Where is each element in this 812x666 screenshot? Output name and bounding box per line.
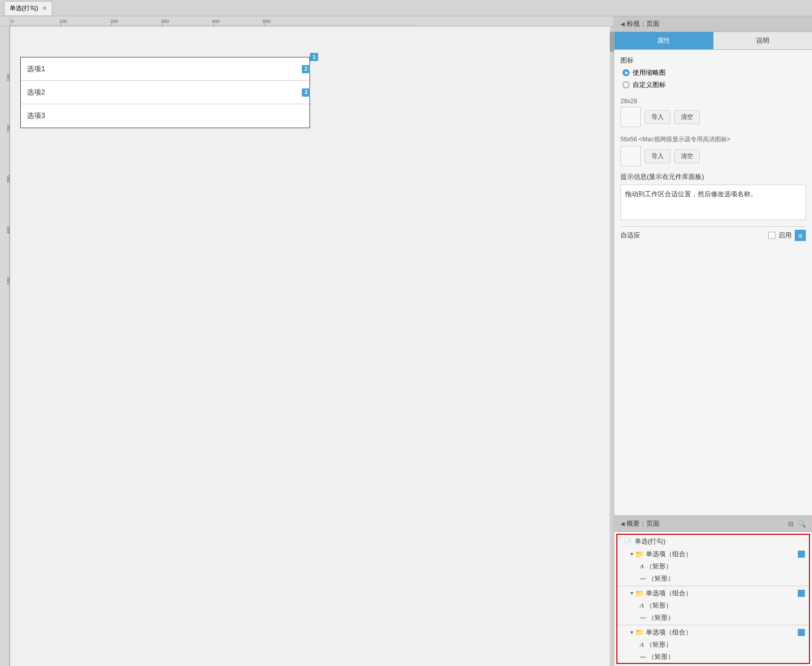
group-3-folder-icon: 📁	[635, 628, 644, 637]
properties-content: 图标 使用缩略图 自定义图标 28x28	[614, 50, 812, 516]
widget-frame: 选项1 2 选项2 3 选项3	[20, 57, 310, 128]
radio-thumbnail-circle[interactable]	[622, 69, 630, 76]
child-2-2-label: （矩形）	[648, 613, 674, 622]
child-3-2-label: （矩形）	[648, 652, 674, 661]
child-1-2-label: （矩形）	[648, 574, 674, 583]
divider-2	[617, 625, 809, 625]
group-3-label: 单选项（组合）	[646, 628, 692, 637]
right-panel: ◀ 检视：页面 属性 说明 图标	[614, 16, 812, 666]
adaptive-label: 自适应	[620, 231, 640, 240]
svg-text:100: 100	[59, 19, 67, 24]
icon-section: 图标 使用缩略图 自定义图标	[620, 56, 806, 89]
tab-label: 单选(打勾)	[10, 4, 38, 13]
tab-single-check[interactable]: 单选(打勾) ✕	[4, 1, 52, 15]
icon-56-inputs: 导入 清空	[620, 146, 806, 166]
drawing-area[interactable]: 1 选项1 2 选项2 3	[10, 26, 614, 666]
widget-container: 1 选项1 2 选项2 3	[20, 57, 310, 128]
svg-text:500: 500	[263, 19, 270, 24]
outline-group-3-child-2[interactable]: — （矩形）	[617, 651, 809, 663]
row-2-text: 选项2	[27, 88, 45, 97]
radio-thumbnail[interactable]: 使用缩略图	[622, 68, 806, 77]
content-area: 0 100 200 300 400 500	[0, 16, 812, 666]
ruler-horizontal: 0 100 200 300 400 500	[10, 16, 614, 26]
adaptive-icon-btn[interactable]: ⊞	[795, 230, 806, 241]
outline-search-icon[interactable]: 🔍	[798, 520, 806, 528]
icon-28-section: 28x28 导入 清空	[620, 96, 806, 127]
radio-thumbnail-label: 使用缩略图	[633, 68, 666, 77]
outline-group-2[interactable]: ▼ 📁 单选项（组合）	[617, 587, 809, 599]
icon-radio-group: 使用缩略图 自定义图标	[620, 68, 806, 89]
icon-28-preview	[620, 107, 641, 127]
canvas-scrollbar[interactable]	[610, 26, 614, 666]
panel-header: ◀ 检视：页面	[614, 16, 812, 32]
child-2-1-text-icon: A	[640, 601, 644, 610]
icon-56-import-btn[interactable]: 导入	[645, 149, 670, 163]
group-1-triangle-icon: ▼	[630, 552, 634, 557]
adaptive-checkbox[interactable]	[768, 232, 775, 239]
group-1-folder-icon: 📁	[635, 550, 644, 558]
scrollbar-thumb[interactable]	[610, 32, 614, 52]
child-1-1-label: （矩形）	[646, 562, 672, 571]
marker-2: 2	[302, 65, 310, 73]
tab-properties[interactable]: 属性	[614, 32, 713, 49]
outline-group-1[interactable]: ▼ 📁 单选项（组合）	[617, 548, 809, 560]
group-3-triangle-icon: ▼	[630, 630, 634, 635]
child-2-1-label: （矩形）	[646, 601, 672, 610]
outline-root-label: 单选(打勾)	[635, 537, 666, 546]
tab-close-icon[interactable]: ✕	[42, 5, 47, 12]
radio-custom[interactable]: 自定义图标	[622, 80, 806, 89]
child-3-1-text-icon: A	[640, 641, 644, 649]
icon-56-clear-btn[interactable]: 清空	[674, 149, 700, 163]
icon-28-inputs: 导入 清空	[620, 107, 806, 127]
radio-custom-label: 自定义图标	[633, 80, 666, 89]
outline-group-1-child-1[interactable]: A （矩形）	[617, 560, 809, 572]
group-2-triangle-icon: ▼	[630, 591, 634, 596]
child-1-1-text-icon: A	[640, 562, 644, 570]
outline-group-1-child-2[interactable]: — （矩形）	[617, 572, 809, 585]
outline-header: ◀ 概要：页面 ⊟ 🔍	[614, 516, 812, 532]
child-3-2-dash-icon: —	[640, 653, 646, 660]
adaptive-section: 自适应 启用 ⊞	[620, 226, 806, 244]
outline-group-3-child-1[interactable]: A （矩形）	[617, 639, 809, 651]
icon-56-label: 56x56 <Mac视网膜显示器专用高清图标>	[620, 135, 806, 144]
ruler-vertical: 100 200 300 400 500	[0, 26, 10, 666]
adaptive-controls: 启用 ⊞	[768, 230, 806, 241]
outline-root-item[interactable]: 📄 单选(打勾)	[617, 535, 809, 548]
adaptive-enable-label: 启用	[778, 231, 792, 240]
icon-28-import-btn[interactable]: 导入	[645, 110, 670, 124]
icon-56-preview	[620, 146, 641, 166]
outline-group-2-child-1[interactable]: A （矩形）	[617, 599, 809, 612]
group-2-folder-icon: 📁	[635, 589, 644, 597]
widget-row-2[interactable]: 选项2 3	[21, 81, 309, 104]
child-1-2-dash-icon: —	[640, 575, 646, 582]
tab-description[interactable]: 说明	[713, 32, 813, 49]
svg-text:200: 200	[110, 19, 118, 24]
outline-group-2-child-2[interactable]: — （矩形）	[617, 612, 809, 624]
canvas-area[interactable]: 0 100 200 300 400 500	[0, 16, 614, 666]
outline-filter-icon[interactable]: ⊟	[788, 520, 794, 528]
child-2-2-dash-icon: —	[640, 614, 646, 621]
outline-panel: ◀ 概要：页面 ⊟ 🔍 📄 单选(打勾)	[614, 516, 812, 666]
outline-group-3[interactable]: ▼ 📁 单选项（组合）	[617, 626, 809, 639]
icon-28-clear-btn[interactable]: 清空	[674, 110, 700, 124]
panel-header-arrow-icon: ◀	[620, 21, 624, 27]
panel-tabs: 属性 说明	[614, 32, 812, 50]
child-3-1-label: （矩形）	[646, 640, 672, 649]
widget-row-1[interactable]: 选项1 2	[21, 57, 309, 81]
widget-row-3[interactable]: 选项3	[21, 104, 309, 128]
group-2-label: 单选项（组合）	[646, 589, 692, 598]
ruler-corner	[0, 16, 10, 26]
group-2-badge	[798, 590, 805, 597]
group-1-label: 单选项（组合）	[646, 550, 692, 559]
outline-header-left: ◀ 概要：页面	[620, 519, 660, 528]
row-3-text: 选项3	[27, 111, 45, 120]
hint-section-label: 提示信息(显示在元件库面板)	[620, 172, 806, 181]
icon-28-label: 28x28	[620, 98, 806, 105]
top-bar: 单选(打勾) ✕	[0, 0, 812, 16]
hint-text-box[interactable]: 拖动到工作区合适位置，然后修改选项名称。	[620, 185, 806, 220]
svg-text:0: 0	[11, 19, 14, 24]
outline-root-file-icon: 📄	[623, 538, 632, 546]
hint-section: 提示信息(显示在元件库面板) 拖动到工作区合适位置，然后修改选项名称。	[620, 172, 806, 220]
radio-custom-circle[interactable]	[622, 81, 630, 88]
row-1-text: 选项1	[27, 65, 45, 74]
